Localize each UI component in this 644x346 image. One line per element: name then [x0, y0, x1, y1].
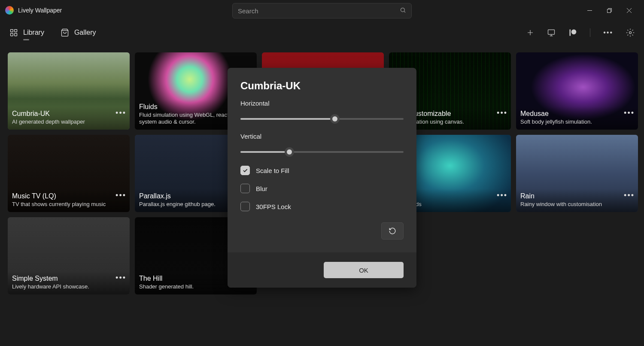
vertical-label: Vertical: [240, 133, 404, 140]
blur-checkbox[interactable]: Blur: [240, 184, 404, 193]
checkbox-icon: [240, 202, 250, 211]
vertical-slider[interactable]: [240, 148, 404, 156]
checkbox-icon: [240, 166, 250, 175]
slider-thumb[interactable]: [330, 114, 340, 124]
checkbox-label: Blur: [256, 185, 267, 192]
slider-thumb[interactable]: [285, 147, 294, 157]
horizontal-slider[interactable]: [240, 115, 404, 123]
dialog-footer: OK: [228, 252, 416, 288]
checkbox-icon: [240, 184, 250, 193]
horizontal-label: Horizontal: [240, 100, 404, 107]
reset-icon: [389, 227, 396, 235]
customize-dialog: Cumbria-UK Horizontal Vertical Scale to …: [228, 68, 416, 288]
scale-to-fill-checkbox[interactable]: Scale to Fill: [240, 166, 404, 175]
checkbox-label: Scale to Fill: [256, 167, 289, 174]
checkbox-label: 30FPS Lock: [256, 203, 291, 210]
fps-lock-checkbox[interactable]: 30FPS Lock: [240, 202, 404, 211]
dialog-title: Cumbria-UK: [240, 80, 404, 92]
ok-button[interactable]: OK: [324, 262, 404, 278]
reset-button[interactable]: [381, 222, 404, 240]
